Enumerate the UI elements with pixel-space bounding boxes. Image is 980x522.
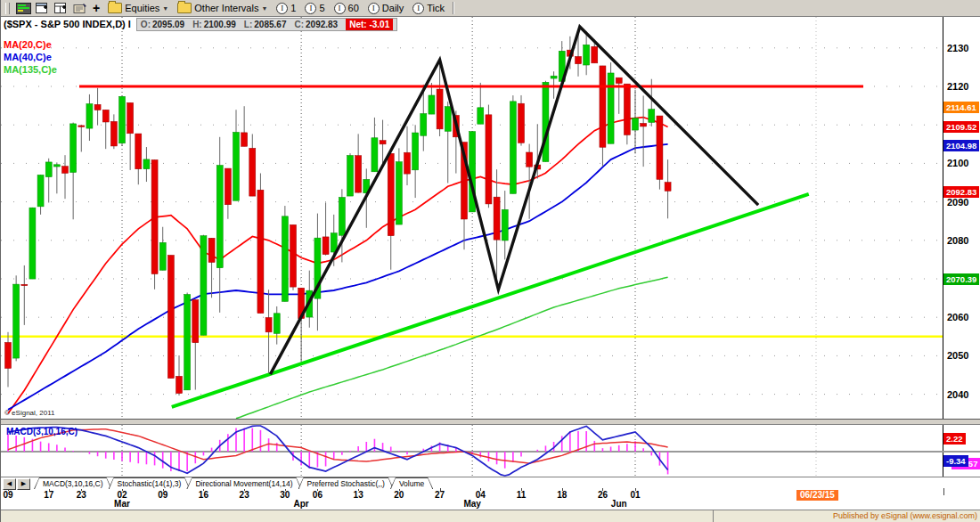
interval-icon: I xyxy=(412,3,424,14)
ma-line-MA(40,C)e[interactable] xyxy=(8,144,668,410)
chevron-down-icon: ▼ xyxy=(261,5,267,12)
high-value: H:2100.99 xyxy=(192,20,236,29)
axis-value-badge: 2104.98 xyxy=(943,140,979,151)
toolbar: +Equities▼Other Intervals▼I1I5I60IDailyI… xyxy=(1,0,980,17)
time-axis[interactable]: 06/23/15 0917230209162330061320270411182… xyxy=(1,488,980,510)
quote-board-icon[interactable] xyxy=(16,2,31,14)
tab-directional-movement-14-14[interactable]: Directional Movement(14,14) xyxy=(186,477,301,489)
tab-stochastic-14-1-3[interactable]: Stochastic(14(1),3) xyxy=(109,477,191,489)
tab-preferred-stochastic[interactable]: Preferred Stochastic(,,) xyxy=(298,477,394,489)
study-tabs-row: ◀ ▶ MACD(3,10,16,C)Stochastic(14(1),3)Di… xyxy=(1,477,980,488)
axis-value-badge: 2.22 xyxy=(943,433,966,445)
macd-study-label: MACD(3,10,16,C) xyxy=(6,427,78,436)
add-button[interactable]: + xyxy=(91,2,102,14)
date-tick-label: 23 xyxy=(69,490,93,500)
date-tick-label: 13 xyxy=(347,490,370,500)
price-tick-label: 2080 xyxy=(947,235,968,246)
other-intervals-folder-button[interactable]: Other Intervals▼ xyxy=(175,3,270,13)
interval-tick-button[interactable]: ITick xyxy=(410,3,447,14)
axis-value-badge: 2092.83 xyxy=(943,186,979,198)
date-tick-label: 18 xyxy=(551,490,574,500)
month-label: Apr xyxy=(288,499,314,509)
low-value: L:2085.67 xyxy=(244,20,287,29)
publisher-text: Published by eSignal (www.esignal.com) xyxy=(833,511,977,520)
properties-icon[interactable] xyxy=(72,2,87,14)
interval-60-button[interactable]: I60 xyxy=(331,3,362,14)
date-tick-label: 09 xyxy=(151,490,175,500)
equities-folder-button[interactable]: Equities▼ xyxy=(105,3,171,13)
close-value: C:2092.83 xyxy=(294,20,338,29)
price-chart[interactable] xyxy=(1,17,943,419)
axis-value-badge: -9.34 xyxy=(943,455,968,467)
folder-icon xyxy=(177,3,192,13)
date-tick-label: 23 xyxy=(233,490,256,500)
price-tick-label: 2130 xyxy=(947,43,968,53)
future-date-badge: 06/23/15 xyxy=(796,490,838,501)
price-tick-label: 2090 xyxy=(947,197,968,208)
month-label: May xyxy=(459,499,486,509)
price-tick-label: 2100 xyxy=(947,158,968,168)
price-tick-label: 2050 xyxy=(947,350,968,361)
price-tick-label: 2060 xyxy=(947,312,968,322)
price-axis[interactable]: 21302120210020902080206020502040 xyxy=(943,17,980,488)
tab-scroll-left-button[interactable]: ◀ xyxy=(3,478,16,490)
interval-5-button[interactable]: I5 xyxy=(302,3,327,14)
interval-icon: I xyxy=(368,3,380,14)
date-tick-label: 16 xyxy=(192,490,215,500)
axis-value-badge: 2109.52 xyxy=(943,121,979,133)
interval-1-button[interactable]: I1 xyxy=(274,3,298,14)
ma20-label: MA(20,C)e xyxy=(4,39,52,50)
net-change-badge: Net: -3.01 xyxy=(346,19,393,30)
interval-icon: I xyxy=(305,3,316,14)
month-label: Mar xyxy=(109,499,135,509)
macd-chart[interactable] xyxy=(1,425,943,477)
month-label: Jun xyxy=(606,499,633,509)
axis-value-badge: 2114.61 xyxy=(943,102,979,113)
folder-icon xyxy=(108,3,122,13)
toolbar-separator xyxy=(453,2,454,14)
support-trendline[interactable] xyxy=(172,194,809,407)
macd-zero-line-extension xyxy=(943,451,980,453)
date-tick-label: 09 xyxy=(0,490,20,500)
tab-scroll-right-button[interactable]: ▶ xyxy=(17,478,30,490)
chevron-down-icon: ▼ xyxy=(162,5,168,12)
candles xyxy=(5,29,672,396)
date-tick-label: 27 xyxy=(429,490,452,500)
copyright-text: © eSignal, 2011 xyxy=(4,409,54,417)
interval-daily-button[interactable]: IDaily xyxy=(365,3,406,14)
date-tick-label: 17 xyxy=(37,490,61,500)
toolbar-grip[interactable] xyxy=(5,3,10,14)
date-tick-label: 11 xyxy=(510,490,533,500)
axis-corner-tick xyxy=(943,488,944,495)
symbol-title: ($SPX - S&P 500 INDEX,D) I xyxy=(4,19,131,29)
esignal-chart-window: +Equities▼Other Intervals▼I1I5I60IDailyI… xyxy=(0,0,980,522)
open-value: O:2095.09 xyxy=(141,20,184,29)
interval-icon: I xyxy=(276,3,288,14)
title-row: ($SPX - S&P 500 INDEX,D) I O:2095.09 H:2… xyxy=(4,18,397,30)
ma40-label: MA(40,C)e xyxy=(4,52,52,62)
tab-volume[interactable]: Volume xyxy=(390,477,433,489)
new-window-icon[interactable] xyxy=(35,2,50,14)
gridlines xyxy=(1,17,938,419)
status-bar: Published by eSignal (www.esignal.com) xyxy=(1,510,980,522)
price-tick-label: 2120 xyxy=(947,81,968,92)
price-tick-label: 2040 xyxy=(947,389,968,400)
ma-line-MA(20,C)e[interactable] xyxy=(8,118,668,414)
ohlc-strip: O:2095.09 H:2100.99 L:2085.67 C:2092.83 … xyxy=(136,18,397,31)
interval-icon: I xyxy=(334,3,346,14)
ma135-label: MA(135,C)e xyxy=(4,64,57,75)
date-tick-label: 20 xyxy=(388,490,411,500)
tile-window-icon[interactable] xyxy=(53,2,69,14)
axis-value-badge: 2070.39 xyxy=(943,273,979,285)
pane-separator[interactable] xyxy=(1,419,980,425)
tab-macd-3-10-16-c[interactable]: MACD(3,10,16,C) xyxy=(34,477,112,489)
